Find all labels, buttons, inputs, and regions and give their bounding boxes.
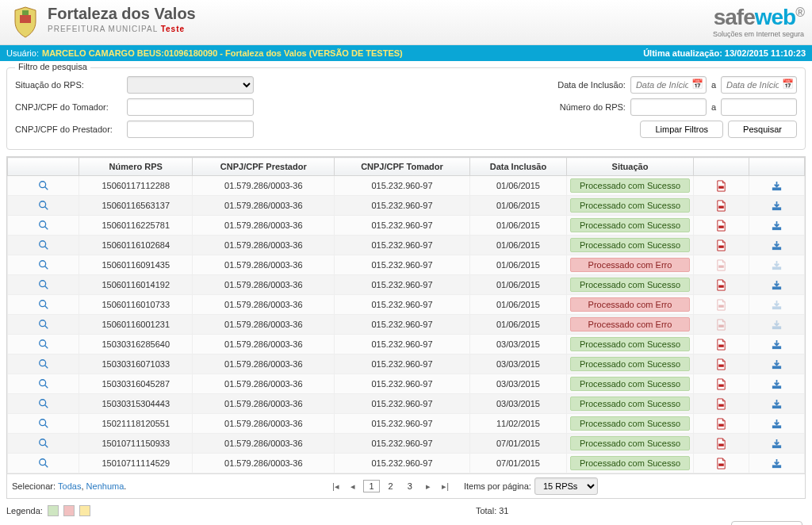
cell-tomador: 015.232.960-97 [335,275,470,295]
numero-rps-start-input[interactable] [630,98,707,116]
cell-prestador: 01.579.286/0003-36 [193,196,335,216]
cell-tomador: 015.232.960-97 [335,315,470,335]
svg-line-27 [44,306,48,309]
status-badge: Processado com Sucesso [570,357,690,371]
download-icon[interactable] [771,279,783,289]
view-icon[interactable] [38,240,49,249]
limpar-button[interactable]: Limpar Filtros [640,121,723,138]
pdf-icon[interactable] [715,377,727,389]
download-icon[interactable] [771,458,783,467]
svg-line-59 [44,465,48,468]
view-icon[interactable] [38,378,49,388]
voltar-button[interactable]: Voltar [731,521,802,525]
cell-tomador: 015.232.960-97 [335,196,470,216]
status-badge: Processado com Sucesso [570,456,690,470]
view-icon[interactable] [38,180,49,190]
view-icon[interactable] [38,418,49,427]
items-per-page-select[interactable]: 15 RPSs [534,477,598,495]
download-icon[interactable] [771,200,783,209]
cell-tomador: 015.232.960-97 [335,374,470,394]
calendar-icon[interactable]: 📅 [691,79,703,90]
svg-rect-9 [772,207,781,210]
page-3[interactable]: 3 [402,480,418,492]
cell-prestador: 01.579.286/0003-36 [193,374,335,394]
a-sep-1: a [711,80,716,90]
download-icon[interactable] [771,418,783,427]
status-badge: Processado com Sucesso [570,377,690,391]
pdf-icon[interactable] [715,417,727,428]
view-icon[interactable] [38,299,49,308]
col-tomador[interactable]: CNPJ/CPF Tomador [335,158,470,176]
filter-legend: Filtro de pesquisa [15,62,90,71]
download-icon[interactable] [771,240,783,249]
svg-rect-52 [718,423,724,426]
cell-data: 03/03/2015 [469,335,566,354]
cell-prestador: 01.579.286/0003-36 [193,236,335,255]
svg-rect-37 [772,346,781,349]
view-icon[interactable] [38,200,49,209]
status-badge: Processado com Sucesso [570,198,690,213]
download-icon[interactable] [771,398,783,408]
selection-bar: Selecionar: Todas, Nenhuma. |◂ ◂ 1 2 3 ▸… [7,473,805,498]
next-page-icon[interactable]: ▸ [421,479,435,493]
status-badge: Processado com Sucesso [570,178,690,193]
page-2[interactable]: 2 [383,480,399,492]
cell-prestador: 01.579.286/0003-36 [193,354,335,374]
download-icon[interactable] [771,339,783,348]
pdf-icon[interactable] [715,358,727,369]
svg-rect-29 [772,306,781,309]
view-icon[interactable] [38,358,49,368]
view-icon[interactable] [38,259,49,269]
cell-tomador: 015.232.960-97 [335,434,470,454]
download-icon[interactable] [771,358,783,368]
download-icon[interactable] [771,378,783,388]
calendar-icon[interactable]: 📅 [782,79,794,90]
svg-line-55 [44,445,48,448]
download-icon[interactable] [771,220,783,229]
select-all-link[interactable]: Todas [58,481,81,491]
view-icon[interactable] [38,279,49,289]
pdf-icon[interactable] [715,239,727,250]
prev-page-icon[interactable]: ◂ [346,479,360,493]
view-icon[interactable] [38,319,49,328]
svg-point-38 [39,360,45,366]
col-situacao[interactable]: Situação [567,158,694,176]
first-page-icon[interactable]: |◂ [328,479,343,493]
view-icon[interactable] [38,339,49,348]
cell-tomador: 015.232.960-97 [335,335,470,354]
view-icon[interactable] [38,458,49,467]
cell-numero: 15010711114529 [79,454,193,473]
svg-rect-4 [718,186,724,188]
pdf-icon[interactable] [715,397,727,408]
download-icon[interactable] [771,180,783,190]
col-numero[interactable]: Número RPS [79,158,193,176]
situacao-select[interactable] [127,76,254,94]
pdf-icon[interactable] [715,179,727,190]
select-none-link[interactable]: Nenhuma [86,481,124,491]
pdf-icon[interactable] [715,437,727,448]
numero-rps-end-input[interactable] [721,98,797,116]
cnpj-prestador-input[interactable] [127,121,254,138]
view-icon[interactable] [38,438,49,447]
pdf-icon[interactable] [715,278,727,289]
cnpj-tomador-input[interactable] [127,98,254,116]
svg-point-54 [39,439,45,446]
page-1[interactable]: 1 [363,480,379,492]
svg-rect-1 [22,10,29,15]
cell-prestador: 01.579.286/0003-36 [193,255,335,275]
table-row: 1503031607103301.579.286/0003-36015.232.… [8,354,805,374]
pdf-icon[interactable] [715,199,727,210]
col-data[interactable]: Data Inclusão [469,158,566,176]
view-icon[interactable] [38,398,49,408]
view-icon[interactable] [38,220,49,229]
pdf-icon[interactable] [715,219,727,230]
pdf-icon[interactable] [715,457,727,468]
table-row: 1503031604528701.579.286/0003-36015.232.… [8,374,805,394]
download-icon[interactable] [771,438,783,447]
last-page-icon[interactable]: ▸| [439,479,453,493]
col-prestador[interactable]: CNPJ/CPF Prestador [193,158,335,176]
rps-grid: Número RPS CNPJ/CPF Prestador CNPJ/CPF T… [6,156,806,499]
pesquisar-button[interactable]: Pesquisar [728,121,797,138]
svg-rect-28 [718,305,724,307]
pdf-icon[interactable] [715,338,727,349]
